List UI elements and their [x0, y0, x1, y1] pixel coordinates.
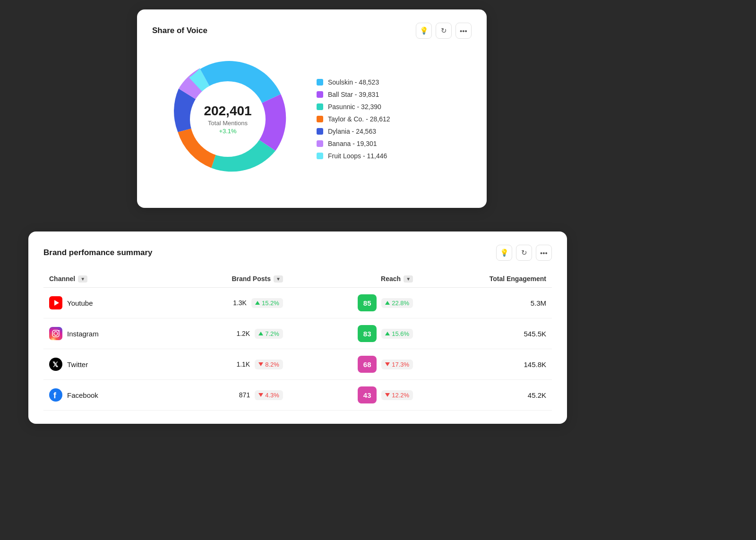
- legend-label: Taylor & Co. - 28,612: [328, 115, 390, 123]
- col-channel: Channel ▼: [43, 270, 162, 288]
- sov-legend: Soulskin - 48,523 Ball Star - 39,831 Pas…: [317, 78, 390, 160]
- legend-label: Dylania - 24,563: [328, 128, 376, 135]
- trend-badge: 15.6%: [381, 329, 413, 339]
- reach-cell: 85 22.8%: [289, 288, 419, 318]
- sov-title: Share of Voice: [152, 26, 207, 35]
- engagement-value: 545.5K: [524, 330, 546, 338]
- posts-value: 1.3K: [230, 299, 247, 307]
- channel-icon-youtube: [49, 296, 62, 309]
- trend-badge: 12.2%: [381, 390, 413, 400]
- donut-label: Total Mentions: [204, 120, 251, 127]
- donut-center: 202,401 Total Mentions +3.1%: [204, 103, 251, 135]
- channel-icon-facebook: f: [49, 388, 62, 402]
- legend-label: Fruit Loops - 11,446: [328, 152, 387, 160]
- svg-point-6: [59, 330, 60, 331]
- posts-cell: 871 4.3%: [162, 380, 288, 411]
- legend-item: Banana - 19,301: [317, 140, 390, 147]
- sov-refresh-button[interactable]: ↻: [436, 23, 452, 39]
- table-row: Instagram 1.2K 7.2% 83 15.6% 545.5K: [43, 318, 552, 349]
- trend-down-icon: [385, 393, 390, 397]
- col-brand-posts: Brand Posts ▼: [162, 270, 288, 288]
- sov-actions: 💡 ↻ •••: [416, 23, 472, 39]
- legend-item: Pasunnic - 32,390: [317, 103, 390, 111]
- legend-color: [317, 79, 323, 86]
- legend-color: [317, 103, 323, 110]
- reach-cell: 43 12.2%: [289, 380, 419, 411]
- legend-item: Taylor & Co. - 28,612: [317, 115, 390, 123]
- table-row: 𝕏 Twitter 1.1K 8.2% 68 17.3% 145.8K: [43, 349, 552, 380]
- table-row: f Facebook 871 4.3% 43 12.2% 45.2K: [43, 380, 552, 411]
- reach-filter-arrow[interactable]: ▼: [404, 275, 413, 283]
- legend-color: [317, 128, 323, 135]
- channel-icon-instagram: [49, 327, 62, 340]
- trend-badge: 22.8%: [381, 298, 413, 308]
- reach-score: 85: [358, 294, 377, 311]
- channel-cell: f Facebook: [43, 380, 162, 411]
- engagement-value: 145.8K: [524, 360, 546, 369]
- engagement-cell: 5.3M: [419, 288, 552, 318]
- sov-more-button[interactable]: •••: [455, 23, 472, 39]
- svg-rect-3: [49, 327, 62, 340]
- reach-cell: 68 17.3%: [289, 349, 419, 380]
- sov-header: Share of Voice 💡 ↻ •••: [152, 23, 472, 39]
- posts-cell: 1.1K 8.2%: [162, 349, 288, 380]
- channel-icon-twitter: 𝕏: [49, 358, 62, 371]
- trend-badge: 8.2%: [255, 360, 283, 369]
- reach-score: 43: [358, 386, 377, 403]
- legend-item: Fruit Loops - 11,446: [317, 152, 390, 160]
- engagement-value: 45.2K: [528, 391, 546, 399]
- channel-cell: Youtube: [43, 288, 162, 318]
- perf-more-button[interactable]: •••: [536, 245, 552, 261]
- posts-cell: 1.3K 15.2%: [162, 288, 288, 318]
- perf-info-button[interactable]: 💡: [496, 245, 512, 261]
- perf-header: Brand perfomance summary 💡 ↻ •••: [43, 245, 552, 261]
- engagement-value: 5.3M: [531, 299, 546, 307]
- legend-label: Banana - 19,301: [328, 140, 377, 147]
- legend-color: [317, 116, 323, 122]
- legend-label: Soulskin - 48,523: [328, 78, 379, 86]
- trend-badge: 15.2%: [251, 298, 283, 308]
- posts-filter-arrow[interactable]: ▼: [274, 275, 283, 283]
- col-engagement: Total Engagement: [419, 270, 552, 288]
- donut-change: +3.1%: [204, 128, 251, 135]
- reach-score: 68: [358, 356, 377, 373]
- trend-up-icon: [385, 301, 390, 305]
- brand-performance-card: Brand perfomance summary 💡 ↻ ••• Channel…: [28, 231, 567, 424]
- engagement-cell: 45.2K: [419, 380, 552, 411]
- channel-filter-arrow[interactable]: ▼: [78, 275, 87, 283]
- engagement-cell: 145.8K: [419, 349, 552, 380]
- table-row: Youtube 1.3K 15.2% 85 22.8% 5.3M: [43, 288, 552, 318]
- legend-item: Dylania - 24,563: [317, 128, 390, 135]
- legend-item: Soulskin - 48,523: [317, 78, 390, 86]
- posts-cell: 1.2K 7.2%: [162, 318, 288, 349]
- trend-badge: 7.2%: [255, 329, 283, 339]
- trend-badge: 17.3%: [381, 360, 413, 369]
- trend-up-icon: [255, 301, 260, 305]
- channel-cell: 𝕏 Twitter: [43, 349, 162, 380]
- reach-score: 83: [358, 325, 377, 342]
- legend-label: Ball Star - 39,831: [328, 91, 379, 98]
- donut-total: 202,401: [204, 103, 251, 119]
- donut-chart: 202,401 Total Mentions +3.1%: [162, 53, 294, 185]
- legend-color: [317, 140, 323, 147]
- svg-text:f: f: [53, 391, 57, 400]
- trend-badge: 4.3%: [255, 390, 283, 400]
- posts-value: 1.2K: [233, 330, 250, 337]
- share-of-voice-card: Share of Voice 💡 ↻ •••: [137, 9, 487, 208]
- posts-value: 871: [233, 391, 250, 399]
- performance-table: Channel ▼ Brand Posts ▼ Reach ▼: [43, 270, 552, 411]
- engagement-cell: 545.5K: [419, 318, 552, 349]
- sov-content: 202,401 Total Mentions +3.1% Soulskin - …: [152, 48, 472, 195]
- perf-refresh-button[interactable]: ↻: [516, 245, 532, 261]
- trend-up-icon: [385, 332, 390, 335]
- perf-actions: 💡 ↻ •••: [496, 245, 552, 261]
- col-reach: Reach ▼: [289, 270, 419, 288]
- legend-label: Pasunnic - 32,390: [328, 103, 381, 111]
- trend-up-icon: [258, 332, 263, 335]
- channel-name: Youtube: [67, 299, 93, 307]
- channel-cell: Instagram: [43, 318, 162, 349]
- channel-name: Twitter: [67, 360, 88, 369]
- sov-info-button[interactable]: 💡: [416, 23, 432, 39]
- reach-cell: 83 15.6%: [289, 318, 419, 349]
- legend-color: [317, 153, 323, 159]
